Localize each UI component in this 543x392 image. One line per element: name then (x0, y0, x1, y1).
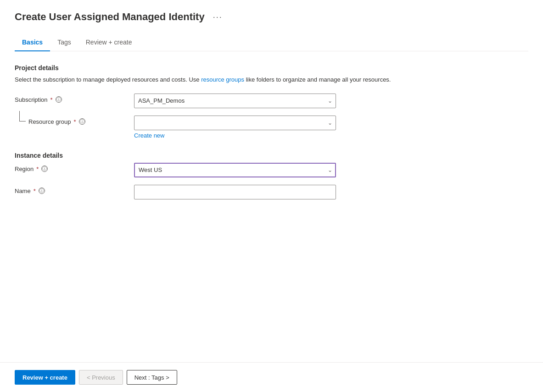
region-control-col: West US ⌄ (134, 163, 336, 177)
footer: Review + create < Previous Next : Tags > (0, 362, 543, 392)
ellipsis-menu-button[interactable]: ··· (210, 11, 225, 23)
resource-group-row: Resource group * ⓘ ⌄ Create new (15, 116, 528, 139)
create-new-resource-group-link[interactable]: Create new (134, 132, 164, 139)
name-required: * (34, 188, 36, 194)
region-label: Region (15, 166, 34, 172)
subscription-control-col: ASA_PM_Demos ⌄ (134, 94, 336, 108)
region-info-icon[interactable]: ⓘ (41, 166, 48, 172)
region-row: Region * ⓘ West US ⌄ (15, 163, 528, 177)
tab-review-create[interactable]: Review + create (78, 34, 140, 51)
resource-group-label: Resource group (19, 118, 71, 125)
name-info-icon[interactable]: ⓘ (39, 188, 45, 194)
subscription-required: * (50, 96, 53, 103)
instance-details-title: Instance details (15, 152, 528, 159)
resource-group-control-col: ⌄ Create new (134, 116, 336, 139)
region-select[interactable]: West US (134, 163, 336, 177)
project-details-section: Project details Select the subscription … (15, 64, 528, 139)
resource-group-info-icon[interactable]: ⓘ (79, 118, 85, 125)
subscription-info-icon[interactable]: ⓘ (56, 96, 62, 103)
previous-button[interactable]: < Previous (79, 370, 123, 385)
resource-groups-link[interactable]: resource groups (201, 76, 244, 83)
subscription-label: Subscription (15, 96, 48, 103)
subscription-select-wrapper: ASA_PM_Demos ⌄ (134, 94, 336, 108)
project-details-title: Project details (15, 64, 528, 72)
name-control-col (134, 185, 336, 199)
project-details-description: Select the subscription to manage deploy… (15, 75, 528, 84)
name-label: Name (15, 188, 31, 194)
region-label-col: Region * ⓘ (15, 163, 134, 172)
subscription-label-col: Subscription * ⓘ (15, 94, 134, 103)
resource-group-select-wrapper: ⌄ (134, 116, 336, 130)
resource-group-select[interactable] (134, 116, 336, 130)
review-create-button[interactable]: Review + create (15, 370, 75, 385)
resource-group-label-col: Resource group * ⓘ (15, 116, 134, 125)
tabs-row: Basics Tags Review + create (15, 34, 528, 51)
next-tags-button[interactable]: Next : Tags > (127, 370, 177, 385)
instance-details-section: Instance details Region * ⓘ West US ⌄ Na… (15, 152, 528, 199)
subscription-select[interactable]: ASA_PM_Demos (134, 94, 336, 108)
tab-basics[interactable]: Basics (15, 34, 50, 51)
page-title: Create User Assigned Managed Identity (15, 11, 205, 23)
name-row: Name * ⓘ (15, 185, 528, 199)
region-select-wrapper: West US ⌄ (134, 163, 336, 177)
subscription-row: Subscription * ⓘ ASA_PM_Demos ⌄ (15, 94, 528, 108)
name-label-col: Name * ⓘ (15, 185, 134, 194)
resource-group-required: * (74, 118, 76, 125)
name-input[interactable] (134, 185, 336, 199)
tab-tags[interactable]: Tags (50, 34, 78, 51)
region-required: * (36, 166, 39, 172)
